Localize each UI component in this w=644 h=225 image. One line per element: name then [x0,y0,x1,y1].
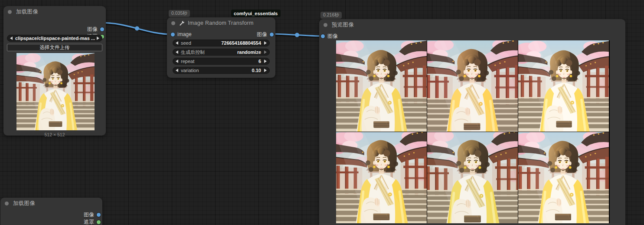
output-port-image-icon[interactable] [97,213,101,217]
node-status-dot-icon [5,202,9,205]
wrench-icon [179,20,185,26]
node-status-dot-icon [8,10,12,14]
output-slot-image[interactable]: 图像 [87,26,104,32]
widget-seed[interactable]: seed 726654168804554 [173,40,270,46]
node-titlebar[interactable]: Image Random Transform [167,17,275,29]
output-slot-label: 遮罩 [84,218,94,225]
output-slot-image[interactable]: 图像 [84,212,101,218]
combo-prev-icon[interactable] [10,36,13,40]
image-file-combo[interactable]: clipspace/clipspace-painted-mas ... [7,35,102,42]
preview-image-3[interactable] [518,40,609,132]
image-size-label: 512 × 512 [3,132,106,137]
link-midpoint-dot[interactable] [135,26,139,31]
input-port-image-icon[interactable] [321,34,325,38]
node-title: 加载图像 [16,8,38,16]
output-slot-mask[interactable]: 遮罩 [84,219,101,225]
widget-control-after-generate[interactable]: 生成后控制 randomize [173,49,270,56]
increment-icon[interactable] [264,41,267,45]
input-slot-label: image [177,31,192,37]
node-load-image-1[interactable]: 加载图像 图像 遮罩 clipspace/clipspace-painted-m… [3,6,106,136]
node-load-image-2[interactable]: 加载图像 图像 遮罩 [0,198,102,225]
execution-time-badge: 0.216秒 [320,12,342,19]
input-slot-image[interactable]: image [171,31,192,37]
output-port-image-icon[interactable] [270,33,274,36]
decrement-icon[interactable] [176,60,178,63]
node-titlebar[interactable]: 加载图像 [3,6,106,17]
output-slot-label: 图像 [84,211,94,218]
node-image-random-transform[interactable]: Image Random Transform image 图像 seed 726… [167,17,275,78]
combo-value: clipspace/clipspace-painted-mas ... [15,36,95,41]
node-status-dot-icon [171,21,175,25]
preview-image-5[interactable] [427,132,518,223]
input-slot-label: 图像 [327,33,338,40]
node-title: 预览图像 [332,21,354,29]
preview-image-2[interactable] [427,40,518,132]
node-preview-image[interactable]: 预览图像 图像 [319,19,625,225]
increment-icon[interactable] [264,69,267,72]
node-status-dot-icon [324,23,327,27]
preview-image-4[interactable] [336,132,427,223]
link-midpoint-dot[interactable] [295,33,299,37]
input-port-image-icon[interactable] [171,33,175,36]
execution-time-badge: 0.035秒 [169,10,190,17]
decrement-icon[interactable] [176,69,178,72]
upload-file-button[interactable]: 选择文件上传 [7,44,102,51]
output-slot-label: 图像 [87,26,98,33]
node-titlebar[interactable]: 预览图像 [319,19,625,30]
node-canvas[interactable]: 加载图像 图像 遮罩 clipspace/clipspace-painted-m… [0,0,644,225]
link-wire-load-to-transform[interactable] [103,23,173,35]
widget-repeat[interactable]: repeat 6 [173,58,270,65]
combo-next-icon[interactable] [97,36,99,40]
loaded-image-preview[interactable] [16,53,95,130]
output-slot-label: 图像 [257,31,267,38]
increment-icon[interactable] [264,60,267,63]
node-title: 加载图像 [13,200,35,207]
decrement-icon[interactable] [176,41,178,45]
output-port-mask-icon[interactable] [97,220,101,224]
link-wire-transform-to-preview[interactable] [271,34,323,36]
prev-option-icon[interactable] [176,50,178,54]
node-titlebar[interactable]: 加载图像 [0,198,102,209]
preview-image-6[interactable] [518,132,609,223]
output-port-image-icon[interactable] [100,27,104,31]
input-slot-image[interactable]: 图像 [321,33,338,39]
preview-image-1[interactable] [336,40,427,132]
widget-variation[interactable]: variation 0.10 [173,67,270,74]
node-title: Image Random Transform [188,20,254,26]
preview-image-grid [336,40,610,223]
plugin-name-badge: comfyui_essentials [231,10,281,17]
next-option-icon[interactable] [264,50,267,54]
output-slot-image[interactable]: 图像 [257,31,274,37]
